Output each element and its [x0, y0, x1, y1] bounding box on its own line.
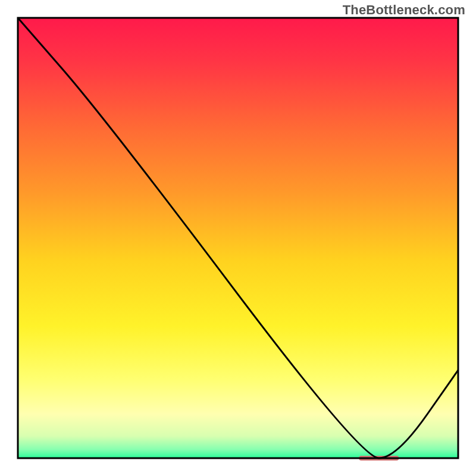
bottleneck-chart	[0, 0, 476, 476]
chart-background	[18, 18, 458, 458]
watermark-text: TheBottleneck.com	[343, 2, 465, 18]
